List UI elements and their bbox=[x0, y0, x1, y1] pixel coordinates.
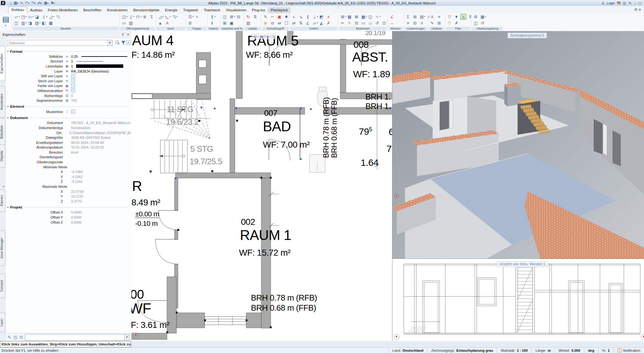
menu-tab-planlayout[interactable]: Planlayout bbox=[268, 7, 291, 13]
shop-icon[interactable]: ▥ bbox=[623, 1, 626, 5]
color-swatch[interactable] bbox=[76, 64, 123, 68]
property-row-28[interactable]: X22.4799 bbox=[6, 189, 131, 194]
qat-icon-7[interactable]: ✚▼ bbox=[51, 1, 55, 6]
ribbon-tool-icon-1-1-0[interactable]: ◫▼ bbox=[121, 14, 127, 19]
menu-tab-konstruieren[interactable]: Konstruieren bbox=[104, 7, 130, 13]
ribbon-tool-icon-9-2-1[interactable]: ✎ bbox=[347, 20, 352, 26]
app-menu-chevron-icon[interactable]: ▼ bbox=[4, 2, 7, 4]
ribbon-tool-icon-8-2-3[interactable]: ▱▼ bbox=[312, 20, 317, 26]
collapse-triangle-icon[interactable]: ▼ bbox=[6, 105, 10, 108]
qat-icon-3[interactable]: ↶▼ bbox=[25, 1, 30, 6]
property-scope-combobox[interactable]: Dokument ▼ bbox=[7, 40, 113, 46]
menu-tab-rohbau[interactable]: Rohbau bbox=[8, 7, 27, 13]
minimize-button[interactable]: – bbox=[634, 1, 636, 5]
ribbon-tool-icon-7-2-0[interactable]: ⊕ bbox=[263, 20, 268, 26]
ribbon-tool-icon-12-2-0[interactable]: ✎ bbox=[430, 20, 435, 26]
property-value[interactable]: 1 bbox=[71, 59, 73, 63]
collapse-triangle-icon[interactable]: ▼ bbox=[1, 185, 6, 188]
viewport-elevation-west[interactable]: Ansicht von links, Westen:1 bbox=[392, 258, 644, 341]
menu-tab-teamwork[interactable]: Teamwork bbox=[201, 7, 223, 13]
ribbon-tool-icon-9-2-2[interactable]: ⊟ bbox=[354, 20, 359, 26]
ribbon-tool-icon-7-1-0[interactable]: ✎ bbox=[263, 14, 268, 19]
ribbon-tool-icon-9-1-5[interactable]: ⌗▼ bbox=[375, 14, 380, 19]
ribbon-tool-icon-2-2-0[interactable]: ▲ bbox=[158, 20, 163, 26]
ribbon-tool-icon-4-2-0[interactable]: ‖ bbox=[209, 20, 215, 26]
menu-tab-tragwerk[interactable]: Tragwerk bbox=[180, 7, 201, 13]
ribbon-tool-icon-10-1-0[interactable]: ∠ bbox=[389, 14, 395, 19]
sidebar-tab-ebenen[interactable]: Ebenen bbox=[0, 189, 5, 212]
menu-tab-benutzerobjekte[interactable]: Benutzerobjekte bbox=[130, 7, 162, 13]
property-value[interactable]: -0.1141 bbox=[71, 180, 83, 183]
ribbon-tool-icon-8-1-1[interactable]: ↘ bbox=[298, 14, 303, 19]
ribbon-tool-icon-7-1-2[interactable]: ▣ bbox=[277, 14, 282, 19]
ribbon-tool-icon-8-2-0[interactable]: ⇄ bbox=[291, 20, 297, 26]
property-row-34[interactable]: Offset Z0.0000 bbox=[6, 220, 131, 225]
property-value[interactable]: 0.0000 bbox=[71, 220, 82, 224]
ribbon-tool-icon-8-2-4[interactable]: ◭ bbox=[319, 20, 324, 26]
save-favorite-icon[interactable]: ⊡ bbox=[19, 335, 24, 339]
property-value[interactable]: 743 bbox=[71, 99, 77, 102]
ribbon-tool-icon-4-1-0[interactable]: ∥▼ bbox=[209, 14, 215, 19]
status-item-zeichnungstyp-[interactable]: Zeichnungstyp:Entwurfsplanung grau bbox=[427, 348, 497, 353]
property-row-16[interactable]: OrtC:\Daten\Allplan\Allplan 2023\Prj\PM_… bbox=[6, 130, 131, 135]
property-value[interactable]: 3328 KB (3407982 Bytes) bbox=[71, 136, 111, 139]
property-value[interactable]: 0.0000 bbox=[71, 215, 82, 219]
section-header-format[interactable]: ▼Format bbox=[6, 49, 131, 54]
ribbon-tool-icon-8-2-1[interactable]: ⇅ bbox=[298, 20, 303, 26]
ribbon-tool-icon-11-2-1[interactable]: ⊟ bbox=[412, 20, 418, 26]
property-value[interactable]: C:\Daten\Allplan\Allplan 2023\Prj\PM_BI bbox=[69, 131, 131, 135]
property-value[interactable]: 22.4799 bbox=[71, 190, 84, 193]
sidebar-tab-layer[interactable]: Layer bbox=[0, 312, 5, 332]
ribbon-tool-icon-2-1-0[interactable]: ◿▼ bbox=[158, 14, 163, 19]
property-row-22[interactable]: Gliederungscode bbox=[6, 160, 131, 165]
viewport-3d-perspective[interactable]: Zentralperspektive:3 bbox=[392, 31, 644, 258]
ribbon-tool-icon-7-2-1[interactable]: ⊖ bbox=[270, 20, 275, 26]
ribbon-tool-icon-7-1-3[interactable]: ✚ bbox=[284, 14, 289, 19]
property-checkbox[interactable] bbox=[71, 110, 75, 114]
ribbon-tool-icon-6-1-1[interactable]: ⇅ bbox=[253, 14, 258, 19]
ribbon-tool-icon-0-2-1[interactable]: ▥▼ bbox=[20, 20, 26, 26]
property-checkbox[interactable] bbox=[71, 84, 75, 88]
ribbon-tool-icon-0-1-0[interactable]: ▱▼ bbox=[14, 14, 19, 19]
apply-check-icon[interactable]: ✓ bbox=[126, 40, 131, 45]
ribbon-tool-icon-11-1-2[interactable]: ▤▼ bbox=[419, 14, 425, 19]
property-row-24[interactable]: X-3.7484 bbox=[6, 169, 131, 174]
qat-icon-0[interactable]: ⌂ bbox=[10, 1, 12, 5]
status-item-land-[interactable]: Land:Deutschland bbox=[388, 348, 427, 353]
ribbon-tool-icon-0-1-5[interactable]: ◿▼ bbox=[48, 14, 53, 19]
property-value[interactable]: -4.1652 bbox=[71, 175, 83, 179]
property-row-25[interactable]: Y-4.1652 bbox=[6, 174, 131, 179]
viewport-floorplan[interactable]: Grundriss:2 AUM 4F: 14.86 m²RAUM 5WF: 8.… bbox=[131, 31, 392, 341]
ribbon-tool-icon-0-2-4[interactable]: ◧ bbox=[41, 20, 47, 26]
property-value[interactable]: 3.3770 bbox=[71, 199, 82, 203]
status-item-deg[interactable]: deg bbox=[584, 348, 598, 353]
status-item-%-[interactable]: %:1 bbox=[598, 348, 613, 353]
property-row-23[interactable]: ▼Minimale Werte bbox=[1, 165, 131, 170]
property-row-1[interactable]: Stiftdicke≡0.25 bbox=[6, 54, 131, 59]
property-row-20[interactable]: Benutzerlocal bbox=[6, 150, 131, 155]
ribbon-tool-icon-13-1-1[interactable]: ▼ bbox=[454, 14, 459, 19]
ribbon-tool-icon-14-2-0[interactable]: ◫ bbox=[473, 20, 478, 26]
ribbon-tool-icon-1-2-0[interactable]: ▭ bbox=[121, 20, 127, 26]
ribbon-tool-icon-9-2-3[interactable]: ▭ bbox=[361, 20, 366, 26]
collapse-triangle-icon[interactable]: ▼ bbox=[6, 206, 10, 209]
ribbon-tool-icon-5-2-1[interactable]: ▣ bbox=[229, 20, 234, 26]
help-icon[interactable]: ?▼ bbox=[628, 1, 632, 5]
ribbon-tool-icon-7-2-2[interactable]: ⇄ bbox=[277, 20, 282, 26]
ribbon-tool-icon-0-2-2[interactable]: ◨ bbox=[27, 20, 33, 26]
ribbon-tool-icon-0-1-2[interactable]: ▭▼ bbox=[27, 14, 33, 19]
property-row-30[interactable]: Z3.3770 bbox=[6, 199, 131, 204]
ribbon-tool-icon-1-1-3[interactable]: ≣ bbox=[142, 14, 147, 19]
ribbon-tool-icon-3-1-0[interactable]: ☰▼ bbox=[187, 14, 193, 19]
sidebar-tab-connect[interactable]: Connect bbox=[0, 274, 5, 298]
ribbon-tool-icon-11-2-0[interactable]: ≡ bbox=[405, 20, 411, 26]
ribbon-tool-icon-7-2-3[interactable]: ☐ bbox=[284, 20, 289, 26]
sidebar-tab-objekte[interactable]: Objekte bbox=[0, 144, 5, 168]
elevation-view-label[interactable]: Ansicht von links, Westen:1 bbox=[497, 261, 548, 267]
qat-icon-2[interactable]: ✎ bbox=[20, 1, 23, 5]
ribbon-tool-icon-8-1-0[interactable]: ↔ bbox=[291, 14, 297, 19]
ribbon-tool-icon-14-2-1[interactable]: ↺ bbox=[480, 20, 485, 26]
property-row-3[interactable]: Linienfarbe◉1 bbox=[6, 64, 131, 69]
ribbon-tool-icon-2-1-1[interactable]: ◺▼ bbox=[164, 14, 170, 19]
property-value[interactable]: -3.7484 bbox=[71, 170, 83, 174]
